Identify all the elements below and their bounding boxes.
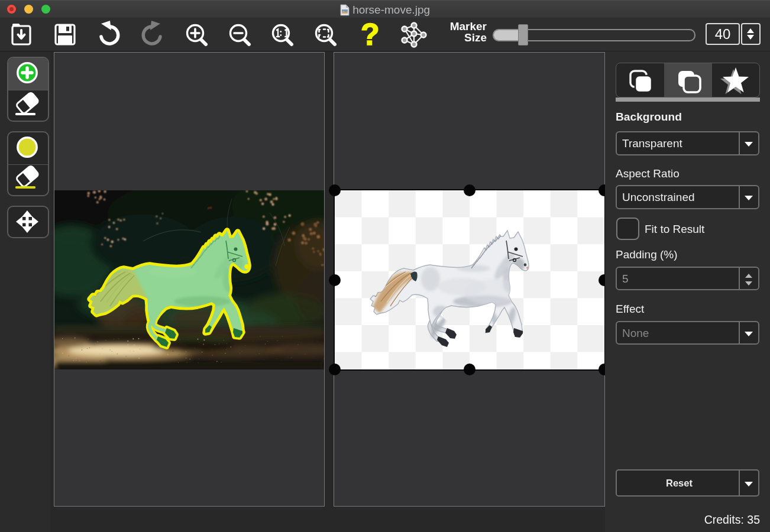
svg-text:?: ?	[361, 18, 380, 51]
